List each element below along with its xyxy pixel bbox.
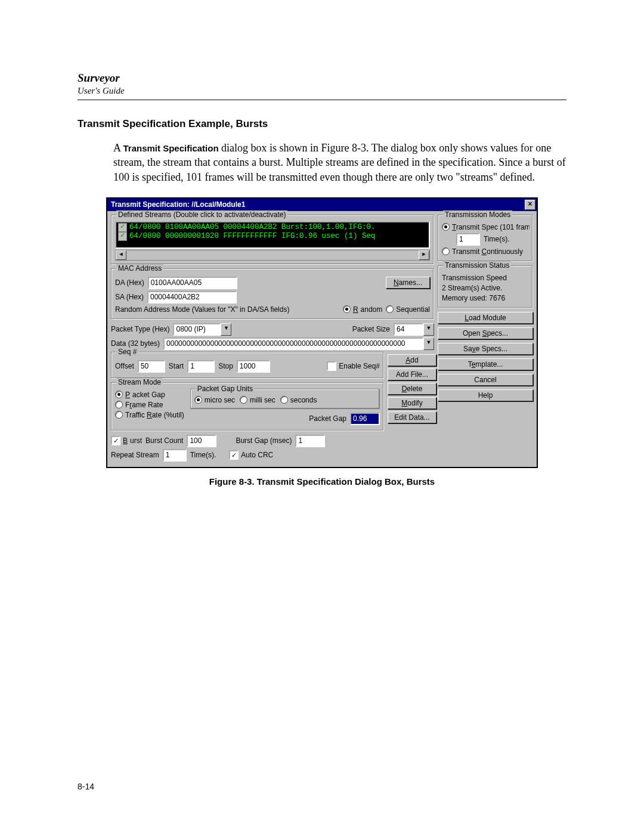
stream-text-2: 64/0800 000000001020 FFFFFFFFFFFF IFG:0.… (129, 232, 376, 240)
help-button[interactable]: Help (438, 389, 533, 401)
stop-input[interactable]: 1000 (237, 360, 270, 373)
horizontal-scrollbar[interactable]: ◄ ► (115, 250, 430, 261)
offset-input[interactable]: 50 (138, 360, 165, 373)
tm-times-input[interactable]: 1 (456, 233, 480, 246)
figure-caption: Figure 8-3. Transmit Specification Dialo… (78, 476, 566, 487)
stream-text-1: 64/0800 0100AA00AA05 00004400A2B2 Burst:… (129, 223, 376, 231)
load-module-button[interactable]: Load Module (438, 312, 533, 324)
packet-gap-radio[interactable]: Packet Gap (115, 391, 165, 399)
burst-count-input[interactable]: 100 (187, 435, 216, 447)
sequential-radio[interactable]: Sequential (386, 305, 430, 314)
chevron-down-icon[interactable]: ▼ (423, 337, 434, 350)
para-bold: Transmit Specification (123, 143, 219, 153)
stream-row-2[interactable]: ✓ 64/0800 000000001020 FFFFFFFFFFFF IFG:… (117, 232, 428, 241)
milli-radio[interactable]: milli sec (240, 396, 275, 404)
defined-streams-group: Defined Streams (Double click to activat… (111, 215, 434, 265)
auto-crc-checkbox[interactable]: ✓Auto CRC (229, 450, 273, 460)
ts-active: 2 Stream(s) Active. (442, 284, 502, 292)
start-input[interactable]: 1 (187, 360, 215, 373)
transmit-continuously-radio[interactable]: Transmit Continuously (442, 247, 523, 256)
ts-speed: Transmission Speed (442, 274, 507, 282)
packet-size-value[interactable]: 64 (394, 323, 423, 336)
transmit-spec-dialog: Transmit Specification: //Local/Module1 … (106, 197, 538, 468)
transmission-modes-label: Transmission Modes (443, 210, 512, 219)
transmission-status-group: Transmission Status Transmission Speed 2… (438, 265, 533, 308)
defined-streams-label: Defined Streams (Double click to activat… (116, 210, 287, 219)
save-specs-button[interactable]: Save Specs... (438, 343, 533, 355)
packet-size-label: Packet Size (352, 325, 390, 333)
start-label: Start (169, 362, 184, 370)
traffic-rate-label: Traffic Rate (%util) (125, 411, 184, 419)
packet-size-dropdown[interactable]: 64 ▼ (394, 323, 434, 336)
dialog-titlebar[interactable]: Transmit Specification: //Local/Module1 … (107, 199, 537, 211)
repeat-input[interactable]: 1 (163, 449, 187, 462)
traffic-rate-radio[interactable]: Traffic Rate (%util) (115, 411, 184, 419)
scroll-left-icon[interactable]: ◄ (116, 250, 126, 260)
add-button[interactable]: Add (388, 354, 436, 366)
data-dropdown[interactable]: 0000000000000000000000000000000000000000… (163, 337, 434, 350)
stream-list[interactable]: ✓ 64/0800 0100AA00AA05 00004400A2B2 Burs… (116, 222, 429, 247)
enable-seq-checkbox[interactable]: Enable Seq# (327, 361, 380, 371)
packet-type-value[interactable]: 0800 (IP) (173, 323, 221, 336)
random-mode-label: Random Address Mode (Values for "X" in D… (115, 305, 339, 314)
seq-label: Seq # (116, 348, 138, 356)
stream-mode-group: Stream Mode Packet Gap Frame Rate Traffi… (111, 382, 384, 431)
doc-title: Surveyor (78, 72, 566, 85)
body-paragraph: A Transmit Specification dialog box is s… (113, 141, 566, 184)
header-rule (78, 100, 566, 100)
check-icon: ✓ (118, 232, 127, 241)
frame-rate-label: Frame Rate (125, 401, 163, 409)
transmit-spec-radio[interactable]: Transmit Spec (101 frames (442, 223, 530, 231)
sa-input[interactable]: 00004400A2B2 (147, 291, 237, 304)
dialog-title: Transmit Specification: //Local/Module1 (111, 200, 245, 209)
transmission-modes-group: Transmission Modes Transmit Spec (101 fr… (438, 215, 533, 262)
check-icon: ✓ (118, 223, 127, 232)
mac-address-label: MAC Address (116, 264, 163, 272)
packet-type-label: Packet Type (Hex) (111, 325, 169, 333)
micro-radio[interactable]: micro sec (194, 396, 235, 404)
packet-gap-units-group: Packet Gap Units micro sec milli sec sec… (190, 389, 380, 409)
template-button[interactable]: Template... (438, 358, 533, 370)
close-icon[interactable]: × (525, 200, 535, 210)
open-specs-button[interactable]: Open Specs... (438, 327, 533, 339)
para-text-a: A (113, 142, 123, 154)
da-label: DA (Hex) (115, 278, 144, 287)
stream-row-1[interactable]: ✓ 64/0800 0100AA00AA05 00004400A2B2 Burs… (117, 223, 428, 232)
mac-address-group: MAC Address DA (Hex) 0100AA00AA05 NNames… (111, 268, 434, 320)
milli-label: milli sec (250, 396, 275, 404)
section-heading: Transmit Specification Example, Bursts (78, 118, 566, 130)
burst-gap-label: Burst Gap (msec) (236, 436, 292, 445)
packet-type-dropdown[interactable]: 0800 (IP) ▼ (173, 323, 231, 336)
da-input[interactable]: 0100AA00AA05 (148, 277, 237, 289)
repeat-label: Repeat Stream (111, 451, 159, 459)
sequential-radio-label: Sequential (396, 305, 430, 314)
edit-data-button[interactable]: Edit Data... (388, 411, 436, 423)
offset-label: Offset (115, 362, 134, 370)
chevron-down-icon[interactable]: ▼ (221, 323, 231, 336)
doc-subtitle: User's Guide (78, 86, 566, 96)
page-number: 8-14 (78, 782, 94, 791)
cancel-button[interactable]: Cancel (438, 374, 533, 386)
seconds-radio[interactable]: seconds (280, 396, 317, 404)
burst-gap-input[interactable]: 1 (295, 435, 325, 447)
ts-mem: Memory used: 7676 (442, 294, 505, 302)
sa-label: SA (Hex) (115, 293, 144, 301)
burst-checkbox[interactable]: ✓Burst (111, 436, 142, 445)
add-file-button[interactable]: Add File... (388, 368, 436, 380)
micro-label: micro sec (205, 396, 235, 404)
times-label: Time(s). (190, 451, 216, 459)
data-value[interactable]: 0000000000000000000000000000000000000000… (163, 337, 423, 350)
burst-count-label: Burst Count (145, 436, 183, 445)
delete-button[interactable]: Delete (388, 383, 436, 395)
auto-crc-label: Auto CRC (241, 451, 273, 459)
seconds-label: seconds (290, 396, 317, 404)
chevron-down-icon[interactable]: ▼ (423, 323, 434, 336)
frame-rate-radio[interactable]: Frame Rate (115, 401, 163, 409)
modify-button[interactable]: Modify (388, 397, 436, 409)
transmission-status-label: Transmission Status (443, 261, 511, 270)
names-button[interactable]: NNames...ames... (386, 277, 430, 289)
random-radio[interactable]: Random (343, 305, 382, 314)
scroll-right-icon[interactable]: ► (419, 250, 429, 260)
packet-gap-input[interactable]: 0.96 (350, 413, 380, 425)
stream-mode-label: Stream Mode (116, 378, 163, 386)
